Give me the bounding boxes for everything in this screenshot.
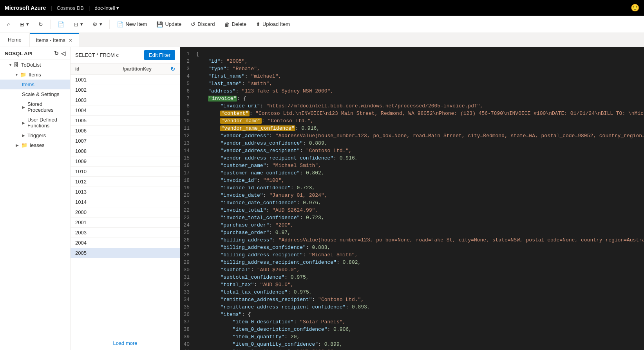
table-row[interactable]: 1008 (71, 146, 180, 156)
tab-close-icon[interactable]: ✕ (69, 38, 72, 43)
table-row[interactable]: 1005 (71, 116, 180, 126)
table-row[interactable]: 1007 (71, 136, 180, 146)
chevron-right-icon: ▶ (22, 133, 25, 138)
settings-button[interactable]: ⚙ ▾ (89, 19, 106, 30)
table-row[interactable]: 1010 (71, 167, 180, 177)
container-icon: 📁 (21, 142, 27, 148)
sidebar-item-items[interactable]: Items (0, 80, 70, 89)
sidebar-item-udfs[interactable]: ▶ User Defined Functions (0, 115, 70, 131)
upload-item-button[interactable]: ⬆ Upload Item (252, 19, 294, 30)
table-row[interactable]: 1009 (71, 156, 180, 167)
line-number: 28 (180, 251, 196, 259)
table-row[interactable]: 1013 (71, 187, 180, 197)
line-number: 25 (180, 229, 196, 236)
tab-bar: Home Items - Items ✕ (0, 33, 644, 47)
refresh-sidebar-icon[interactable]: ↻ (54, 50, 59, 56)
sidebar-item-scale-settings[interactable]: Scale & Settings (0, 89, 70, 99)
data-pane-header: id /partitionKey ↻ (71, 63, 180, 75)
line-content: "invoice_date_confidence": 0.976, (196, 199, 638, 207)
json-line: 23 "invoice_total_confidence": 0.723, (180, 214, 644, 221)
line-number: 23 (180, 214, 196, 221)
cosmos-breadcrumb[interactable]: Cosmos DB (57, 5, 84, 11)
update-icon: 💾 (156, 21, 163, 27)
new-item-icon: 📄 (117, 21, 123, 27)
table-row[interactable]: 2005 (71, 248, 180, 258)
sidebar-item-todolist[interactable]: ▾ 🗄 ToDoList (0, 60, 70, 70)
table-row[interactable]: 1014 (71, 197, 180, 207)
table-row[interactable]: 1003 (71, 95, 180, 105)
query-bar: Edit Filter (71, 47, 180, 63)
view-button[interactable]: ⊡ ▾ (70, 19, 87, 30)
line-content: "type": "Rebate", (196, 65, 638, 73)
json-line: 28 "billing_address_recipient": "Michael… (180, 251, 644, 259)
sep1: | (51, 5, 52, 11)
open-button[interactable]: 📄 (54, 19, 68, 30)
line-number: 30 (180, 266, 196, 274)
line-content: "invoice_total": "AUD $2624.99", (196, 207, 638, 214)
udf-label: User Defined Functions (27, 117, 65, 129)
row-id: 1008 (75, 148, 125, 154)
discard-button[interactable]: ↺ Discard (187, 19, 219, 30)
refresh-button[interactable]: ↻ (34, 19, 47, 30)
row-id: 2001 (75, 219, 125, 225)
json-line: 15 "vendor_address_recipient_confidence"… (180, 154, 644, 162)
line-content: "purchase_order": "200", (196, 221, 638, 229)
query-input[interactable] (75, 52, 141, 58)
json-line: 6 "address": "123 fake st Sydney NSW 200… (180, 87, 644, 95)
json-line: 39 "item_0_quantity": 20, (180, 333, 644, 341)
json-line: 8 "invoice_uri": "https://mfdocintell.bl… (180, 102, 644, 110)
table-row[interactable]: 1006 (71, 126, 180, 136)
docintell-breadcrumb[interactable]: doc-intell ▾ (94, 5, 119, 11)
refresh-data-icon[interactable]: ↻ (170, 66, 175, 72)
update-button[interactable]: 💾 Update (152, 19, 185, 30)
line-number: 36 (180, 311, 196, 318)
json-line: 13 "vendor_address_confidence": 0.889, (180, 140, 644, 147)
line-content: "address": "123 fake st Sydney NSW 2000"… (196, 87, 638, 95)
json-line: 36 "items": { (180, 311, 644, 318)
line-content: "subtotal": "AUD $2600.0", (196, 266, 638, 274)
line-number: 32 (180, 281, 196, 288)
line-number: 31 (180, 274, 196, 281)
new-item-button[interactable]: 📄 New Item (113, 19, 151, 30)
json-line: 5 "last_name": "smith", (180, 80, 644, 87)
discard-label: Discard (197, 21, 215, 27)
table-row[interactable]: 1012 (71, 177, 180, 187)
tab-items-items[interactable]: Items - Items ✕ (30, 33, 79, 47)
tab-home[interactable]: Home (0, 33, 30, 47)
line-content: "vendor_address": "AddressValue(house_nu… (196, 132, 644, 140)
smiley-icon[interactable]: 🙂 (631, 4, 639, 12)
data-pane: Edit Filter id /partitionKey ↻ 100110021… (71, 47, 180, 350)
edit-filter-button[interactable]: Edit Filter (144, 50, 175, 60)
line-number: 17 (180, 169, 196, 177)
sidebar-item-items-container[interactable]: ▾ 📁 Items (0, 70, 70, 80)
sidebar-item-stored-procedures[interactable]: ▶ Stored Procedures (0, 99, 70, 115)
home-button[interactable]: ⌂ (3, 19, 14, 30)
sidebar-item-triggers[interactable]: ▶ Triggers (0, 131, 70, 140)
table-row[interactable]: 1002 (71, 85, 180, 95)
json-line: 35 "remittance_address_recipient_confide… (180, 303, 644, 311)
json-line: 18 "invoice_id": "#100", (180, 177, 644, 184)
chevron-down-icon: ▾ (26, 21, 29, 27)
line-number: 2 (180, 58, 196, 65)
table-row[interactable]: 2000 (71, 207, 180, 218)
sidebar-item-leases[interactable]: ▶ 📁 leases (0, 140, 70, 150)
table-row[interactable]: 2003 (71, 228, 180, 238)
tab-items-label: Items - Items (36, 37, 65, 43)
line-number: 4 (180, 73, 196, 80)
triggers-label: Triggers (27, 132, 46, 138)
expand-button[interactable]: ⊞ ▾ (16, 19, 33, 30)
table-row[interactable]: 1004 (71, 105, 180, 116)
row-id: 1001 (75, 77, 125, 83)
delete-button[interactable]: 🗑 Delete (220, 19, 250, 30)
collapse-sidebar-icon[interactable]: ◁ (61, 50, 65, 56)
col-pk-header: /partitionKey (123, 66, 171, 72)
load-more-button[interactable]: Load more (71, 336, 180, 350)
line-content: "billing_address": "AddressValue(house_n… (196, 236, 644, 244)
table-row[interactable]: 1001 (71, 75, 180, 85)
table-row[interactable]: 2001 (71, 218, 180, 228)
chevron-down-icon: ▾ (9, 63, 11, 67)
line-number: 37 (180, 318, 196, 326)
items-label: Items (22, 82, 34, 87)
table-row[interactable]: 2004 (71, 238, 180, 248)
json-line: 20 "invoice_date": "January 01, 2024", (180, 192, 644, 199)
